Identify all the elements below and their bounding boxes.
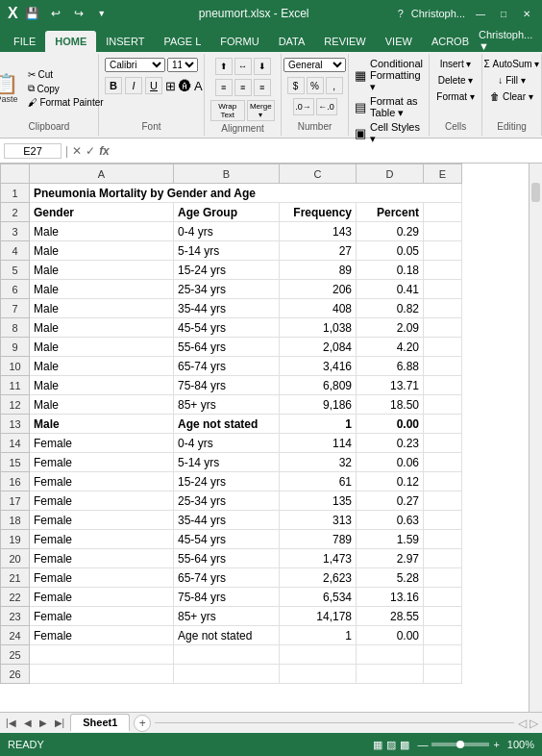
zoom-plus-btn[interactable]: + (493, 739, 499, 750)
table-row[interactable]: 2GenderAge GroupFrequencyPercent (1, 203, 462, 222)
minimize-btn[interactable]: — (473, 6, 488, 21)
cell-a[interactable]: Male (30, 299, 174, 318)
cell-d[interactable]: 0.63 (357, 511, 424, 530)
table-row[interactable]: 19Female45-54 yrs7891.59 (1, 530, 462, 549)
cell-c[interactable]: 32 (280, 453, 357, 472)
wrap-text-button[interactable]: Wrap Text (210, 100, 245, 121)
currency-button[interactable]: $ (287, 77, 305, 94)
format-as-table-label[interactable]: Format as Table ▾ (370, 95, 423, 119)
cell-c[interactable]: 143 (280, 222, 357, 241)
cell-d[interactable]: 0.12 (357, 472, 424, 491)
cell-d[interactable]: 6.88 (357, 357, 424, 376)
cell-c[interactable]: 3,416 (280, 357, 357, 376)
cell-a[interactable]: Male (30, 261, 174, 280)
font-name-select[interactable]: Calibri (105, 58, 165, 72)
cell-b[interactable] (174, 665, 280, 684)
cell-b[interactable]: 5-14 yrs (174, 453, 280, 472)
table-row[interactable]: 4Male5-14 yrs270.05 (1, 241, 462, 261)
cell-c[interactable]: 789 (280, 530, 357, 549)
insert-cells-btn[interactable]: Insert ▾ (436, 58, 476, 70)
cell-d[interactable]: 0.00 (357, 626, 424, 645)
cell-d[interactable]: 18.50 (357, 395, 424, 415)
cell-d[interactable] (357, 645, 424, 665)
table-row[interactable]: 17Female25-34 yrs1350.27 (1, 491, 462, 511)
cell-d[interactable]: 13.16 (357, 588, 424, 607)
cell-a[interactable]: Male (30, 318, 174, 338)
font-size-select[interactable]: 11 (167, 58, 198, 72)
table-row[interactable]: 12Male85+ yrs9,18618.50 (1, 395, 462, 415)
align-top-button[interactable]: ⬆ (215, 58, 233, 75)
cell-c[interactable]: 1 (280, 626, 357, 645)
table-row[interactable]: 13MaleAge not stated10.00 (1, 415, 462, 434)
cell-d[interactable]: 0.82 (357, 299, 424, 318)
table-row[interactable]: 10Male65-74 yrs3,4166.88 (1, 357, 462, 376)
cell-b[interactable]: 65-74 yrs (174, 568, 280, 588)
col-header-b[interactable]: B (174, 164, 280, 184)
help-icon[interactable]: ? (398, 8, 404, 19)
cell-c[interactable]: 135 (280, 491, 357, 511)
merge-cells-button[interactable]: Merge ▾ (247, 100, 276, 121)
cell-b[interactable]: 25-34 yrs (174, 491, 280, 511)
table-row[interactable]: 20Female55-64 yrs1,4732.97 (1, 549, 462, 568)
table-row[interactable]: 3Male0-4 yrs1430.29 (1, 222, 462, 241)
cell-a[interactable] (30, 665, 174, 684)
cut-button[interactable]: ✂ Cut (24, 68, 107, 81)
cell-d[interactable]: 2.97 (357, 549, 424, 568)
cell-e[interactable] (424, 530, 462, 549)
qa-save[interactable]: 💾 (24, 5, 41, 22)
col-header-c[interactable]: C (280, 164, 357, 184)
delete-cells-btn[interactable]: Delete ▾ (434, 74, 478, 87)
cell-a[interactable]: Female (30, 511, 174, 530)
clear-btn[interactable]: 🗑 Clear ▾ (486, 90, 536, 103)
cell-b[interactable]: 85+ yrs (174, 607, 280, 626)
cell-c[interactable]: 114 (280, 434, 357, 453)
cell-d[interactable]: 2.09 (357, 318, 424, 338)
cell-e[interactable] (424, 261, 462, 280)
italic-button[interactable]: I (125, 77, 142, 94)
cell-b[interactable]: 55-64 yrs (174, 338, 280, 357)
cell-d[interactable]: 0.06 (357, 453, 424, 472)
cell-c[interactable] (280, 645, 357, 665)
cell-d[interactable]: 0.29 (357, 222, 424, 241)
table-row[interactable]: 18Female35-44 yrs3130.63 (1, 511, 462, 530)
function-icon[interactable]: fx (99, 144, 110, 158)
table-row[interactable]: 22Female75-84 yrs6,53413.16 (1, 588, 462, 607)
tab-file[interactable]: FILE (4, 31, 45, 52)
zoom-minus-btn[interactable]: — (417, 739, 428, 750)
cell-c[interactable] (280, 665, 357, 684)
align-bottom-button[interactable]: ⬇ (254, 58, 271, 75)
cell-a[interactable]: Female (30, 472, 174, 491)
cell-b[interactable]: 65-74 yrs (174, 357, 280, 376)
fill-color-icon[interactable]: 🅐 (179, 79, 191, 93)
cell-b[interactable]: Age not stated (174, 626, 280, 645)
table-row[interactable]: 26 (1, 665, 462, 684)
table-row[interactable]: 5Male15-24 yrs890.18 (1, 261, 462, 280)
table-row[interactable]: 21Female65-74 yrs2,6235.28 (1, 568, 462, 588)
cell-c[interactable]: 14,178 (280, 607, 357, 626)
cell-d[interactable]: 0.05 (357, 241, 424, 261)
cell-b[interactable]: 75-84 yrs (174, 588, 280, 607)
cell-e[interactable] (424, 318, 462, 338)
cell-e[interactable] (424, 280, 462, 299)
table-row[interactable]: 6Male25-34 yrs2060.41 (1, 280, 462, 299)
cell-e[interactable] (424, 453, 462, 472)
sheet-first-btn[interactable]: |◀ (4, 718, 18, 728)
cell-e[interactable] (424, 299, 462, 318)
sheet-next-btn[interactable]: ▶ (37, 718, 49, 728)
normal-view-btn[interactable]: ▦ (373, 739, 382, 751)
cell-b[interactable]: 0-4 yrs (174, 222, 280, 241)
cell-a[interactable]: Gender (30, 203, 174, 222)
cell-d[interactable]: 0.41 (357, 280, 424, 299)
user-label[interactable]: Christoph... (411, 8, 465, 19)
qa-undo[interactable]: ↩ (47, 5, 64, 22)
col-header-e[interactable]: E (424, 164, 462, 184)
cell-a[interactable]: Female (30, 588, 174, 607)
cell-d[interactable] (357, 665, 424, 684)
cell-b[interactable]: 35-44 yrs (174, 299, 280, 318)
cell-c[interactable]: 2,084 (280, 338, 357, 357)
cell-a[interactable]: Male (30, 357, 174, 376)
tab-review[interactable]: REVIEW (314, 31, 375, 52)
number-format-select[interactable]: General (283, 58, 346, 72)
cell-e[interactable] (424, 472, 462, 491)
cancel-icon[interactable]: ✕ (72, 144, 82, 158)
